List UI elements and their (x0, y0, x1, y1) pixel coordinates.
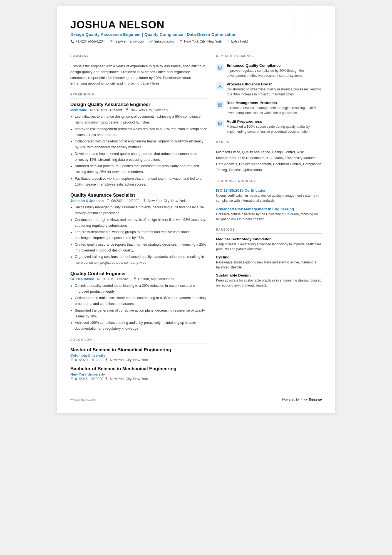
passion-2-desc: Passionate about exploring new trails an… (216, 260, 322, 270)
training-section: TRAINING / COURSES ISO 13485:2016 Certif… (216, 179, 322, 222)
calendar-icon-2: 🗓 (106, 199, 110, 203)
job-1-location: 📍 New York City, New York (125, 108, 168, 112)
job-1: Design Quality Assurance Engineer Medtro… (70, 102, 207, 188)
location-icon-3: 📍 (133, 277, 137, 281)
passion-3-desc: Keen advocate for sustainable practices … (216, 278, 322, 288)
achievements-section: KEY ACHIEVEMENTS Enhanced Quality Compli… (216, 54, 322, 134)
edu-1-title: Master of Science in Biomedical Engineer… (70, 347, 207, 353)
bullet: Crafted quality assurance reports that i… (75, 242, 207, 254)
job-2-title: Quality Assurance Specialist (70, 193, 207, 198)
location-icon-1: 📍 (125, 108, 129, 112)
bullet: Collaborated in multi-disciplinary teams… (75, 295, 207, 307)
bullet: Successfully managed quality assurance p… (75, 204, 207, 216)
edu-1-school: Columbia University (70, 353, 207, 357)
passion-2-title: Cycling (216, 255, 322, 259)
job-3-title: Quality Control Engineer (70, 271, 207, 277)
achievement-1: Enhanced Quality Compliance Improved reg… (216, 63, 322, 78)
edu-2-title: Bachelor of Science in Mechanical Engine… (70, 366, 207, 372)
passion-1-title: Medical Technology Innovation (216, 237, 322, 241)
skills-text: Microsoft Office, Quality Assurance, Des… (216, 149, 322, 173)
powered-by-label: Powered by (282, 398, 299, 401)
edu-2-meta: 🗓 01/2016 - 01/2020 📍 New York City, New… (70, 377, 207, 381)
contact-phone: 📞 +1-(234)-555-1234 (70, 40, 105, 43)
job-2-company: Johnson & Johnson (70, 199, 104, 203)
skills-section: SKILLS Microsoft Office, Quality Assuran… (216, 140, 322, 173)
bullet: Conducted thorough reviews and approvals… (75, 217, 207, 229)
bullet: Supported the generation of corrective a… (75, 308, 207, 320)
training-1-desc: Udemy certification in medical device qu… (216, 193, 322, 203)
achievement-2-icon (216, 82, 224, 90)
job-1-company: Medtronic (70, 108, 87, 112)
bullet: Led cross-departmental working groups to… (75, 229, 207, 241)
phone-icon: 📞 (70, 40, 75, 43)
calendar-icon-edu1: 🗓 (70, 358, 74, 362)
footer-website: www.enhancv.com (70, 398, 96, 401)
achievements-label: KEY ACHIEVEMENTS (216, 54, 322, 58)
contact-email: ✉ help@enhancv.com (110, 40, 144, 43)
edu-2: Bachelor of Science in Mechanical Engine… (70, 366, 207, 381)
achievement-1-title: Enhanced Quality Compliance (227, 63, 322, 68)
summary-section: SUMMARY Enthusiastic engineer with 4 yea… (70, 54, 207, 87)
achievement-3-text: Risk Management Protocols Introduced new… (227, 101, 322, 115)
experience-section: EXPERIENCE Design Quality Assurance Engi… (70, 93, 207, 332)
job-3-bullets: Optimized quality control tests, leading… (70, 283, 207, 332)
calendar-icon-edu2: 🗓 (70, 377, 74, 381)
contact-row: 📞 +1-(234)-555-1234 ✉ help@enhancv.com 🔗… (70, 40, 322, 46)
achievement-3: Risk Management Protocols Introduced new… (216, 101, 322, 115)
summary-divider (70, 60, 207, 60)
achievement-2-text: Process Efficiency Boost Collaborated to… (227, 82, 322, 97)
header-divider (70, 51, 322, 51)
resume-page: JOSHUA NELSON Design Quality Assurance E… (57, 6, 335, 413)
experience-label: EXPERIENCE (70, 93, 207, 96)
calendar-icon-3: 🗓 (97, 277, 100, 281)
candidate-title: Design Quality Assurance Engineer | Qual… (70, 32, 322, 37)
training-2-desc: Coursera course delivered by the Univers… (216, 212, 322, 222)
summary-label: SUMMARY (70, 54, 207, 58)
education-label: EDUCATION (70, 338, 207, 341)
training-label: TRAINING / COURSES (216, 179, 322, 182)
bullet: Optimized quality control tests, leading… (75, 283, 207, 295)
training-2: Advanced Risk Management in Engineering … (216, 207, 322, 222)
experience-divider (70, 98, 207, 98)
achievement-4-title: Audit Preparedness (227, 119, 322, 124)
passions-section: PASSIONS Medical Technology Innovation D… (216, 228, 322, 288)
edu-2-school: New York University (70, 372, 207, 376)
header: JOSHUA NELSON Design Quality Assurance E… (70, 19, 322, 46)
achievement-2: Process Efficiency Boost Collaborated to… (216, 82, 322, 97)
footer: www.enhancv.com Powered by Enhancv (70, 394, 322, 402)
job-2-period: 🗓 06/2021 - 12/2022 (106, 199, 139, 203)
location-icon: 📍 (179, 40, 183, 43)
location-icon-2: 📍 (142, 199, 147, 203)
achievement-3-icon (216, 101, 224, 109)
passion-3-title: Sustainable Design (216, 273, 322, 277)
achievement-3-desc: Introduced new risk management strategie… (227, 105, 322, 115)
bullet: Developed and implemented quality change… (75, 151, 207, 163)
achievement-1-desc: Improved regulatory compliance by 20% th… (227, 68, 322, 78)
bullet: Collaborated with cross-functional engin… (75, 139, 207, 151)
achievement-2-title: Process Efficiency Boost (227, 82, 322, 86)
edu-1-meta: 🗓 01/2020 - 01/2022 📍 New York City, New… (70, 358, 207, 362)
job-3-period: 🗓 01/2019 - 05/2021 (97, 277, 130, 281)
job-1-title: Design Quality Assurance Engineer (70, 102, 207, 107)
bullet: Facilitated a positive work atmosphere t… (75, 176, 207, 188)
job-1-meta: Medtronic 🗓 01/2023 - Present 📍 New York… (70, 108, 207, 112)
achievement-2-desc: Collaborated to streamline quality assur… (227, 87, 322, 97)
education-divider (70, 344, 207, 344)
bullet: Led initiatives to enhance design contro… (75, 114, 207, 126)
achievement-4: Audit Preparedness Maintained a 100% suc… (216, 119, 322, 134)
education-section: EDUCATION Master of Science in Biomedica… (70, 338, 207, 381)
candidate-name: JOSHUA NELSON (70, 19, 322, 31)
training-1: ISO 13485:2016 Certification Udemy certi… (216, 188, 322, 203)
location-icon-edu2: 📍 (104, 377, 109, 381)
achievement-1-text: Enhanced Quality Compliance Improved reg… (227, 63, 322, 78)
job-3: Quality Control Engineer GE Healthcare 🗓… (70, 271, 207, 332)
job-1-period: 🗓 01/2023 - Present (90, 108, 122, 112)
link-icon: 🔗 (149, 40, 153, 43)
achievement-4-icon (216, 120, 224, 127)
email-icon: ✉ (110, 40, 113, 43)
passion-1: Medical Technology Innovation Deep inter… (216, 237, 322, 252)
bullet: Achieved 100% compliance during audits b… (75, 320, 207, 332)
passion-3: Sustainable Design Keen advocate for sus… (216, 273, 322, 288)
main-content: SUMMARY Enthusiastic engineer with 4 yea… (70, 54, 322, 387)
passions-divider (216, 233, 322, 234)
